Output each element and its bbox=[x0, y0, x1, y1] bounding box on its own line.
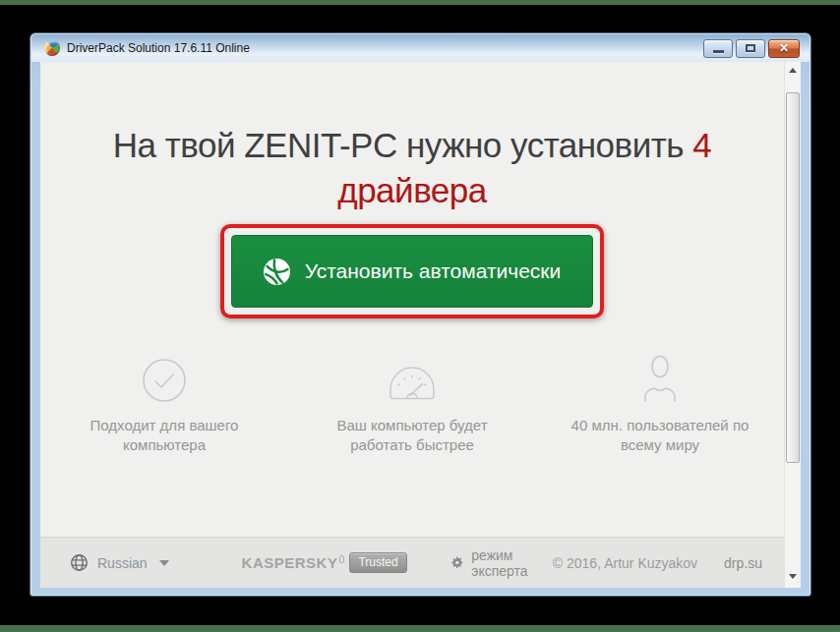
vertical-scrollbar[interactable] bbox=[784, 62, 801, 588]
install-button-label: Установить автоматически bbox=[305, 259, 562, 283]
window-controls: ✕ bbox=[703, 39, 800, 58]
page-title: На твой ZENIT-PC нужно установить 4 драй… bbox=[40, 123, 784, 213]
kaspersky-lab-mark bbox=[339, 555, 344, 563]
minimize-button[interactable] bbox=[703, 39, 733, 58]
feature-users: 40 млн. пользователей по всему миру bbox=[536, 352, 784, 455]
feature-label: Подходит для вашего компьютера bbox=[80, 416, 249, 455]
speedometer-icon bbox=[385, 352, 440, 403]
heading-prefix: На твой ZENIT-PC нужно установить bbox=[113, 126, 684, 164]
language-selector[interactable]: Russian bbox=[70, 553, 169, 572]
site-link[interactable]: drp.su bbox=[724, 555, 762, 571]
install-automatically-button[interactable]: Установить автоматически bbox=[231, 235, 593, 308]
scrollbar-thumb[interactable] bbox=[786, 92, 800, 463]
check-circle-icon bbox=[142, 352, 187, 403]
globe-icon bbox=[70, 553, 89, 572]
feature-label: 40 млн. пользователей по всему миру bbox=[553, 416, 767, 455]
user-icon bbox=[640, 352, 680, 403]
gear-icon bbox=[450, 554, 464, 571]
expert-mode-toggle[interactable]: режим эксперта bbox=[450, 547, 553, 579]
chevron-down-icon bbox=[159, 560, 169, 566]
feature-label: Ваш компьютер будет работать быстрее bbox=[318, 416, 507, 455]
trusted-badge: Trusted bbox=[349, 552, 406, 573]
kaspersky-trusted-mark: KASPERSKY Trusted bbox=[242, 552, 407, 573]
main-area: На твой ZENIT-PC нужно установить 4 драй… bbox=[40, 62, 784, 588]
expert-mode-label: режим эксперта bbox=[471, 547, 553, 579]
copyright-text: © 2016, Artur Kuzyakov bbox=[553, 555, 697, 571]
feature-faster: Ваш компьютер будет работать быстрее bbox=[288, 352, 536, 455]
arrow-down-icon bbox=[789, 574, 797, 579]
desktop-strip-bottom bbox=[0, 625, 840, 632]
driverpack-app-icon bbox=[44, 40, 60, 56]
feature-compatible: Подходит для вашего компьютера bbox=[40, 352, 288, 455]
scroll-down-button[interactable] bbox=[785, 568, 801, 585]
scroll-up-button[interactable] bbox=[785, 62, 801, 79]
window-content: На твой ZENIT-PC нужно установить 4 драй… bbox=[40, 62, 801, 588]
window-title: DriverPack Solution 17.6.11 Online bbox=[67, 41, 250, 55]
title-bar[interactable]: DriverPack Solution 17.6.11 Online ✕ bbox=[31, 34, 810, 62]
driverpack-globe-icon bbox=[264, 259, 290, 285]
close-button[interactable]: ✕ bbox=[768, 39, 800, 58]
language-label: Russian bbox=[97, 555, 148, 571]
app-window: DriverPack Solution 17.6.11 Online ✕ На … bbox=[30, 32, 811, 597]
maximize-icon bbox=[746, 44, 755, 52]
kaspersky-logo: KASPERSKY bbox=[242, 554, 338, 571]
close-icon: ✕ bbox=[779, 42, 789, 54]
arrow-up-icon bbox=[789, 68, 797, 73]
features-row: Подходит для вашего компьютера Ваш компь… bbox=[40, 352, 784, 455]
minimize-icon bbox=[713, 50, 724, 53]
red-highlight-annotation: Установить автоматически bbox=[220, 224, 604, 318]
heading-suffix: драйвера bbox=[337, 171, 487, 209]
desktop-strip-top bbox=[0, 0, 840, 5]
driver-count: 4 bbox=[692, 126, 711, 164]
maximize-button[interactable] bbox=[736, 39, 765, 58]
footer-bar: Russian KASPERSKY Trusted режим эксперта… bbox=[40, 537, 784, 588]
